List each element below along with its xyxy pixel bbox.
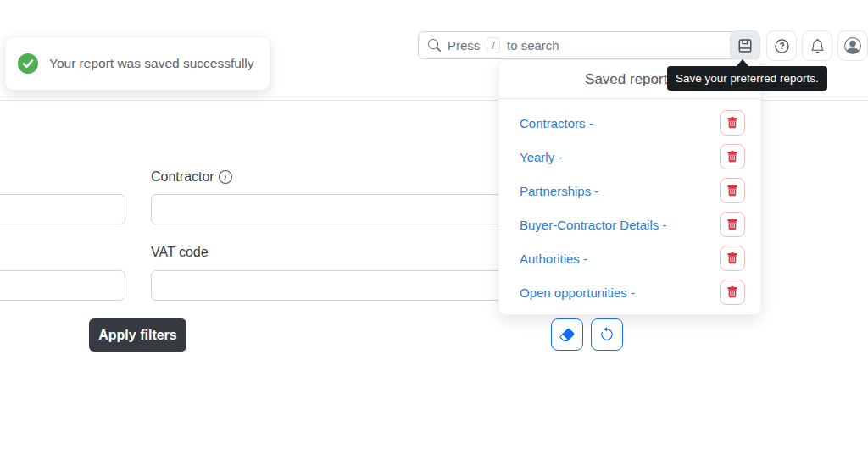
- search-placeholder-suffix: to search: [507, 38, 559, 53]
- trash-icon: [726, 151, 738, 163]
- contractor-label: Contractor: [151, 169, 232, 185]
- delete-report-button[interactable]: [720, 178, 745, 203]
- page: Press / to search ? Your report: [0, 0, 868, 454]
- apply-filters-button[interactable]: Apply filters: [89, 318, 186, 352]
- eraser-icon: [559, 327, 575, 342]
- delete-report-button[interactable]: [720, 246, 745, 271]
- report-link[interactable]: Yearly -: [520, 150, 562, 164]
- help-icon: ?: [774, 38, 790, 54]
- report-link[interactable]: Open opportunities -: [520, 285, 635, 300]
- toast-message: Your report was saved successfully: [49, 56, 254, 71]
- toast-notification: Your report was saved successfully: [5, 36, 270, 91]
- report-link[interactable]: Authorities -: [520, 252, 587, 266]
- delete-report-button[interactable]: [720, 110, 745, 136]
- delete-report-button[interactable]: [720, 212, 745, 237]
- notifications-button[interactable]: [802, 30, 832, 61]
- save-icon: [737, 38, 753, 53]
- slash-key: /: [487, 37, 500, 53]
- trash-icon: [726, 252, 738, 264]
- svg-text:?: ?: [779, 42, 784, 51]
- help-button[interactable]: ?: [766, 30, 797, 61]
- tooltip-arrow: [737, 59, 748, 66]
- vat-label-text: VAT code: [151, 245, 209, 260]
- contractor-label-text: Contractor: [151, 169, 214, 185]
- saved-reports-button[interactable]: [730, 30, 760, 61]
- report-link[interactable]: Buyer-Contractor Details -: [520, 218, 666, 232]
- delete-report-button[interactable]: [720, 144, 745, 169]
- search-icon: [428, 39, 441, 52]
- report-row: Yearly -: [520, 140, 745, 174]
- report-link[interactable]: Partnerships -: [520, 184, 598, 198]
- report-row: Authorities -: [520, 241, 745, 275]
- trash-icon: [726, 185, 738, 197]
- saved-reports-list: Contractors - Yearly - Partnerships - Bu…: [499, 99, 760, 309]
- avatar-icon: [844, 37, 861, 54]
- undo-button[interactable]: [591, 318, 623, 351]
- undo-icon: [599, 327, 615, 342]
- left-filter-input-2[interactable]: [0, 270, 125, 301]
- search-input[interactable]: Press / to search: [418, 31, 737, 59]
- info-icon: [219, 170, 232, 184]
- bell-icon: [810, 39, 825, 53]
- trash-icon: [726, 286, 738, 298]
- trash-icon: [726, 219, 738, 230]
- left-filter-input-1[interactable]: [0, 194, 125, 224]
- check-circle-icon: [18, 53, 38, 74]
- save-tooltip: Save your preferred reports.: [667, 66, 827, 91]
- report-row: Contractors -: [520, 106, 745, 140]
- search-placeholder-prefix: Press: [448, 38, 480, 53]
- report-row: Partnerships -: [520, 174, 745, 208]
- trash-icon: [726, 117, 738, 129]
- saved-reports-popover: Saved reports Contractors - Yearly - Par…: [498, 59, 761, 315]
- report-row: Buyer-Contractor Details -: [520, 208, 745, 241]
- report-link[interactable]: Contractors -: [520, 116, 593, 130]
- report-row: Open opportunities -: [520, 275, 745, 309]
- delete-report-button[interactable]: [720, 280, 745, 305]
- account-button[interactable]: [837, 30, 868, 61]
- clear-saved-reports-button[interactable]: [551, 318, 583, 351]
- vat-code-label: VAT code: [151, 245, 209, 260]
